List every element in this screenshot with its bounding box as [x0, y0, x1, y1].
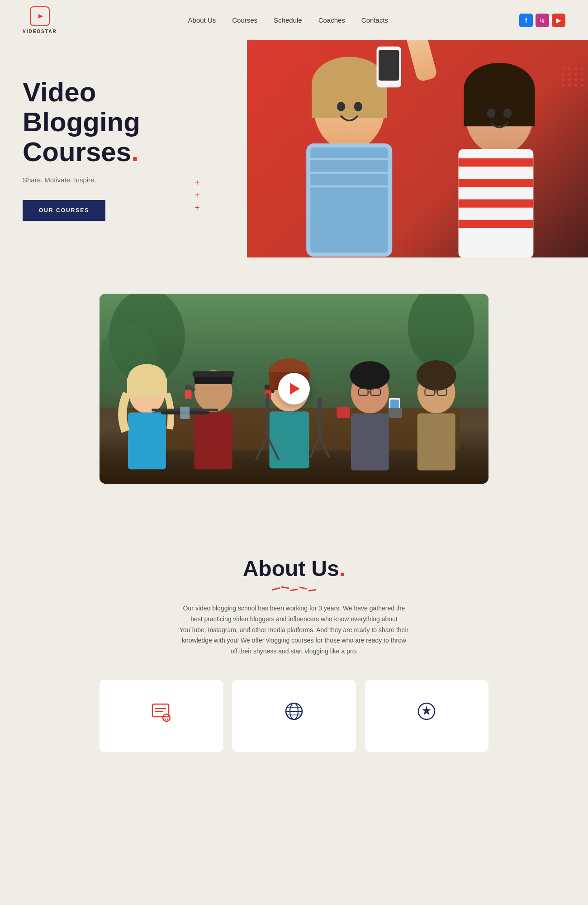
- nav-link-schedule[interactable]: Schedule: [274, 16, 302, 24]
- hero-photo-inner: [247, 40, 588, 257]
- nav-links: About Us Courses Schedule Coaches Contac…: [188, 16, 389, 24]
- svg-rect-63: [337, 407, 350, 418]
- logo[interactable]: VIDEOSTAR: [23, 6, 57, 34]
- star-icon: [413, 698, 440, 725]
- svg-rect-42: [269, 411, 309, 468]
- title-dot: .: [131, 137, 139, 167]
- our-courses-button[interactable]: OUR COURSES: [23, 200, 105, 221]
- info-card-star: [365, 680, 488, 752]
- nav-link-courses[interactable]: Courses: [232, 16, 257, 24]
- video-section: [0, 257, 588, 520]
- svg-rect-55: [417, 414, 455, 471]
- cards-row: [100, 680, 488, 761]
- svg-point-46: [350, 361, 390, 390]
- nav-item-coaches[interactable]: Coaches: [318, 16, 345, 24]
- hero-content: Video Blogging Courses. Share. Motivate.…: [23, 77, 213, 221]
- video-container: [100, 294, 488, 484]
- svg-point-54: [417, 360, 456, 391]
- info-card-globe: [232, 680, 356, 752]
- hero-section: Video Blogging Courses. Share. Motivate.…: [0, 40, 588, 257]
- play-icon: [290, 383, 300, 395]
- svg-rect-5: [308, 145, 390, 254]
- svg-rect-4: [312, 84, 387, 118]
- svg-rect-62: [318, 398, 321, 436]
- svg-point-24: [503, 109, 512, 118]
- hero-title: Video Blogging Courses.: [23, 77, 213, 167]
- svg-rect-64: [389, 408, 402, 418]
- hero-illustration: [247, 40, 588, 257]
- nav-item-about[interactable]: About Us: [188, 16, 216, 24]
- nav-item-courses[interactable]: Courses: [232, 16, 257, 24]
- svg-rect-38: [194, 412, 232, 469]
- logo-icon: [30, 6, 50, 26]
- nav-link-about[interactable]: About Us: [188, 16, 216, 24]
- svg-marker-79: [422, 706, 431, 715]
- svg-rect-11: [379, 50, 399, 81]
- navbar: VIDEOSTAR About Us Courses Schedule Coac…: [0, 0, 588, 40]
- svg-rect-47: [351, 414, 389, 471]
- instagram-icon[interactable]: ig: [536, 14, 549, 27]
- svg-rect-61: [266, 393, 269, 436]
- svg-rect-65: [180, 407, 190, 419]
- hero-subtitle: Share. Motivate. Inspire.: [23, 176, 213, 184]
- social-icons: f ig ▶: [519, 14, 565, 27]
- svg-rect-34: [127, 378, 167, 397]
- info-card-diploma: [100, 680, 223, 752]
- deco-dots-right: [562, 67, 584, 86]
- svg-point-23: [487, 109, 495, 118]
- about-dot: .: [339, 557, 345, 581]
- nav-link-coaches[interactable]: Coaches: [318, 16, 345, 24]
- svg-rect-66: [152, 704, 169, 717]
- svg-rect-39: [185, 390, 192, 399]
- svg-rect-33: [128, 412, 166, 469]
- nav-item-schedule[interactable]: Schedule: [274, 16, 302, 24]
- play-button[interactable]: [278, 373, 310, 405]
- about-description: Our video blogging school has been worki…: [179, 603, 409, 657]
- logo-text: VIDEOSTAR: [23, 29, 57, 34]
- nav-item-contacts[interactable]: Contacts: [361, 16, 388, 24]
- svg-point-21: [337, 102, 345, 111]
- svg-line-72: [167, 719, 168, 720]
- diploma-icon: [148, 698, 175, 725]
- svg-point-69: [163, 714, 170, 721]
- svg-rect-37: [193, 371, 234, 377]
- wave-decoration: [272, 588, 316, 590]
- svg-point-22: [354, 102, 362, 111]
- hero-photo: [247, 40, 588, 257]
- svg-rect-14: [464, 89, 535, 126]
- svg-line-71: [165, 719, 166, 720]
- youtube-icon[interactable]: ▶: [552, 14, 565, 27]
- globe-icon: [280, 698, 308, 725]
- nav-link-contacts[interactable]: Contacts: [361, 16, 388, 24]
- about-section: About Us. Our video blogging school has …: [0, 520, 588, 788]
- about-divider: [23, 588, 565, 590]
- svg-marker-0: [38, 14, 43, 19]
- about-title: About Us.: [23, 556, 565, 581]
- facebook-icon[interactable]: f: [519, 14, 533, 27]
